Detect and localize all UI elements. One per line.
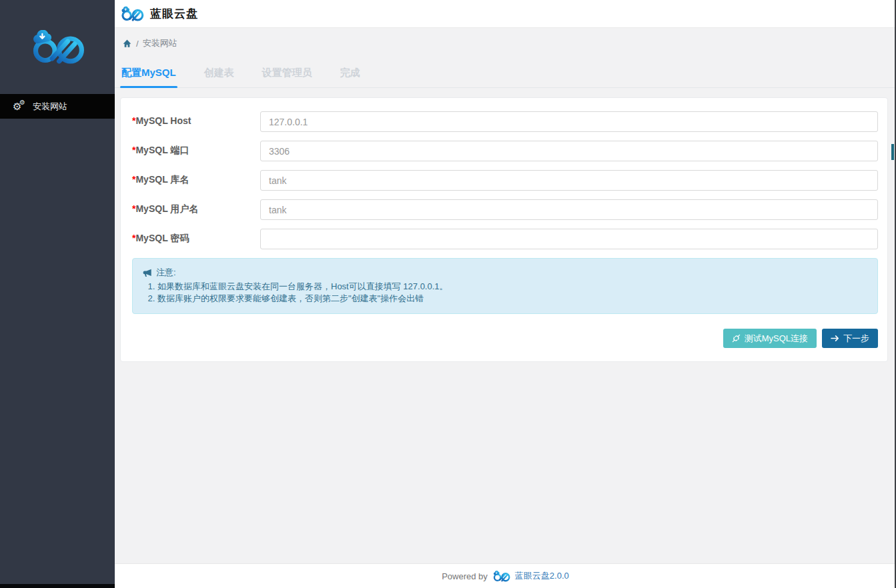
sidebar-bottom-strip xyxy=(0,584,115,588)
notice-box: 注意: 如果数据库和蓝眼云盘安装在同一台服务器，Host可以直接填写 127.0… xyxy=(132,258,878,314)
mysql-host-input[interactable] xyxy=(260,111,878,132)
breadcrumb-current: 安装网站 xyxy=(143,37,177,49)
powered-by-text: Powered by xyxy=(442,571,488,581)
form-row-port: *MySQL 端口 xyxy=(132,141,878,161)
version-link[interactable]: 蓝眼云盘2.0.0 xyxy=(515,570,569,582)
mysql-host-label: *MySQL Host xyxy=(132,111,260,126)
form-row-host: *MySQL Host xyxy=(132,111,878,132)
main-area: 蓝眼云盘 / 安装网站 配置MySQL 创建表 设置管理员 完成 *MySQL … xyxy=(115,0,896,588)
form-row-dbname: *MySQL 库名 xyxy=(132,170,878,191)
topbar: 蓝眼云盘 xyxy=(115,0,896,28)
wizard-tabs: 配置MySQL 创建表 设置管理员 完成 xyxy=(115,59,896,88)
infinity-cloud-logo-icon xyxy=(29,30,85,65)
mysql-port-label: *MySQL 端口 xyxy=(132,141,260,157)
tab-set-admin[interactable]: 设置管理员 xyxy=(261,59,314,87)
form-row-password: *MySQL 密码 xyxy=(132,229,878,249)
mysql-port-input[interactable] xyxy=(260,141,878,161)
header-logo-icon[interactable] xyxy=(120,6,144,22)
footer: Powered by 蓝眼云盘2.0.0 xyxy=(115,563,896,588)
mysql-username-label: *MySQL 用户名 xyxy=(132,199,260,215)
notice-title-row: 注意: xyxy=(143,267,867,279)
mysql-config-card: *MySQL Host *MySQL 端口 *MySQL 库名 *MySQL 用… xyxy=(120,97,888,362)
plug-api-icon xyxy=(732,334,741,343)
form-actions: 测试MySQL连接 下一步 xyxy=(132,329,878,348)
notice-item: 如果数据库和蓝眼云盘安装在同一台服务器，Host可以直接填写 127.0.0.1… xyxy=(157,281,867,293)
cogs-icon: ⚙⚙ xyxy=(13,101,25,112)
mysql-dbname-label: *MySQL 库名 xyxy=(132,170,260,186)
sidebar: ⚙⚙ 安装网站 xyxy=(0,0,115,584)
tab-finish[interactable]: 完成 xyxy=(339,59,362,87)
tab-create-tables[interactable]: 创建表 xyxy=(203,59,236,87)
next-button-label: 下一步 xyxy=(843,333,869,345)
notice-title: 注意: xyxy=(156,267,176,279)
footer-logo-icon xyxy=(492,571,510,582)
mysql-password-label: *MySQL 密码 xyxy=(132,229,260,245)
test-mysql-connection-button[interactable]: 测试MySQL连接 xyxy=(723,329,817,348)
breadcrumb-separator: / xyxy=(136,39,139,49)
sidebar-item-label: 安装网站 xyxy=(33,101,67,113)
notice-item: 数据库账户的权限要求要能够创建表，否则第二步"创建表"操作会出错 xyxy=(157,293,867,305)
notice-list: 如果数据库和蓝眼云盘安装在同一台服务器，Host可以直接填写 127.0.0.1… xyxy=(143,281,867,305)
sidebar-logo[interactable] xyxy=(0,0,115,94)
sidebar-item-install-site[interactable]: ⚙⚙ 安装网站 xyxy=(0,94,115,119)
mysql-password-input[interactable] xyxy=(260,229,878,249)
breadcrumb: / 安装网站 xyxy=(115,28,896,59)
test-button-label: 测试MySQL连接 xyxy=(745,333,808,345)
page-title: 蓝眼云盘 xyxy=(150,6,198,21)
scrollbar-thumb[interactable] xyxy=(891,144,894,160)
next-step-button[interactable]: 下一步 xyxy=(822,329,878,348)
home-icon[interactable] xyxy=(122,39,132,48)
arrow-right-icon xyxy=(831,335,839,342)
bullhorn-icon xyxy=(143,269,152,277)
form-row-username: *MySQL 用户名 xyxy=(132,199,878,220)
tab-configure-mysql[interactable]: 配置MySQL xyxy=(120,59,177,87)
mysql-dbname-input[interactable] xyxy=(260,170,878,191)
mysql-username-input[interactable] xyxy=(260,199,878,220)
